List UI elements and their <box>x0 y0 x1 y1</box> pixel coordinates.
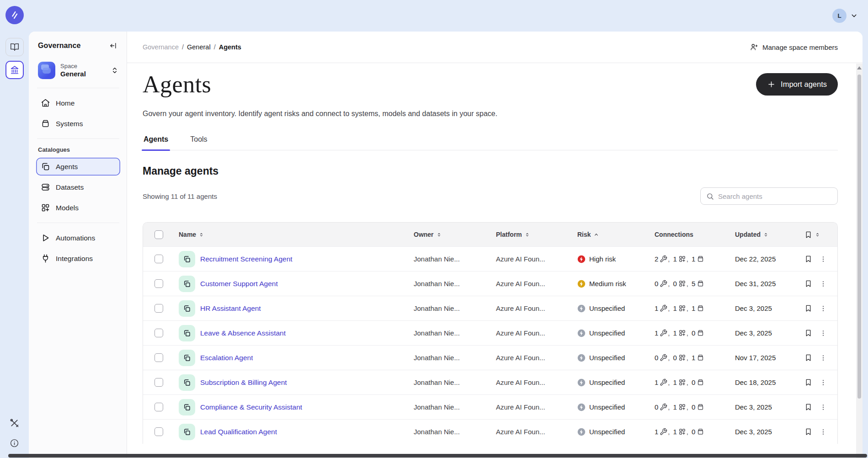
governance-rail-button[interactable] <box>5 61 24 79</box>
agent-name-cell: Escalation Agent <box>179 350 414 366</box>
breadcrumb-general[interactable]: General <box>187 43 211 51</box>
agent-name-link[interactable]: Subscription & Billing Agent <box>200 378 287 387</box>
agent-name-link[interactable]: HR Assistant Agent <box>200 304 261 313</box>
tools-connection-count: 1 <box>655 329 658 337</box>
sort-icon <box>815 232 820 237</box>
plus-icon <box>767 80 776 89</box>
sidebar-item-systems[interactable]: Systems <box>36 115 120 133</box>
column-header-platform[interactable]: Platform <box>496 231 577 238</box>
column-header-name[interactable]: Name <box>179 231 204 238</box>
bookmark-button[interactable] <box>804 280 812 288</box>
owner-value: Jonathan Nie... <box>414 329 460 337</box>
agents-copy-icon <box>41 162 50 171</box>
connections-cell: 1,1,0 <box>655 428 735 436</box>
bookmark-button[interactable] <box>804 354 812 362</box>
row-checkbox[interactable] <box>154 279 163 288</box>
space-label: Space <box>60 63 106 70</box>
table-row: Compliance & Security AssistantJonathan … <box>143 394 837 419</box>
user-menu-chevron-down-icon[interactable] <box>850 12 858 20</box>
select-all-checkbox[interactable] <box>154 230 163 239</box>
systems-connection-icon <box>697 304 704 312</box>
sidebar-item-home[interactable]: Home <box>36 94 120 112</box>
sidebar-item-label: Home <box>56 99 75 107</box>
bookmark-button[interactable] <box>804 403 812 411</box>
sidebar-divider <box>37 138 119 139</box>
space-selector[interactable]: Space General <box>36 59 120 82</box>
row-checkbox[interactable] <box>154 403 163 411</box>
row-checkbox[interactable] <box>154 304 163 313</box>
row-checkbox[interactable] <box>154 378 163 387</box>
row-menu-button[interactable] <box>820 330 827 337</box>
agent-name-link[interactable]: Customer Support Agent <box>200 280 278 288</box>
sidebar-item-agents[interactable]: Agents <box>36 158 120 176</box>
bookmark-button[interactable] <box>804 329 812 337</box>
user-avatar[interactable]: L <box>832 9 847 23</box>
space-switcher-chevrons-icon[interactable] <box>111 67 118 74</box>
bookmark-button[interactable] <box>804 304 812 312</box>
horizontal-scrollbar-thumb[interactable] <box>8 454 867 458</box>
models-connection-icon <box>678 354 686 362</box>
agent-name-cell: Recruitment Screening Agent <box>179 251 414 267</box>
vertical-scrollbar-thumb[interactable] <box>857 75 861 399</box>
tools-rail-button[interactable] <box>9 418 20 428</box>
agent-type-icon <box>179 300 195 317</box>
sidebar-item-automations[interactable]: Automations <box>36 229 120 247</box>
column-header-bookmark[interactable] <box>804 231 820 239</box>
import-agents-button[interactable]: Import agents <box>756 73 838 96</box>
agent-name-link[interactable]: Escalation Agent <box>200 354 253 362</box>
row-menu-button[interactable] <box>820 305 827 312</box>
row-menu-button[interactable] <box>820 354 827 362</box>
bookmark-button[interactable] <box>804 255 812 263</box>
row-checkbox[interactable] <box>154 427 163 436</box>
updated-value: Dec 3, 2025 <box>735 329 772 337</box>
sidebar-item-datasets[interactable]: Datasets <box>36 178 120 196</box>
brand-logo[interactable] <box>5 6 24 24</box>
agent-name-link[interactable]: Recruitment Screening Agent <box>200 255 293 263</box>
manage-space-members-button[interactable]: Manage space members <box>750 43 838 51</box>
sidebar-item-integrations[interactable]: Integrations <box>36 250 120 267</box>
scroll-up-arrow-icon[interactable] <box>857 66 862 69</box>
automations-play-icon <box>41 233 50 243</box>
tab-tools[interactable]: Tools <box>189 135 208 150</box>
info-icon <box>10 438 19 448</box>
row-checkbox[interactable] <box>154 329 163 337</box>
models-connection-count: 1 <box>673 403 677 411</box>
row-menu-button[interactable] <box>820 280 827 288</box>
library-rail-button[interactable] <box>5 38 24 56</box>
row-checkbox[interactable] <box>154 255 163 263</box>
updated-value: Dec 3, 2025 <box>735 403 772 411</box>
row-menu-button[interactable] <box>820 379 827 386</box>
page-description: Govern your agent inventory. Identify ag… <box>143 110 838 118</box>
column-header-connections[interactable]: Connections <box>655 231 693 238</box>
vertical-scrollbar[interactable] <box>856 64 863 458</box>
tools-connection-icon <box>660 428 667 436</box>
table-row: HR Assistant AgentJonathan Nie...Azure A… <box>143 296 837 320</box>
sidebar-collapse-button[interactable] <box>108 41 118 51</box>
agent-name-link[interactable]: Lead Qualification Agent <box>200 428 277 436</box>
row-menu-button[interactable] <box>820 428 827 436</box>
column-header-risk[interactable]: Risk <box>577 231 599 238</box>
row-checkbox[interactable] <box>154 353 163 362</box>
agent-name-link[interactable]: Leave & Absence Assistant <box>200 329 286 337</box>
platform-value: Azure AI Foun... <box>496 304 545 312</box>
connection-separator: , <box>668 403 670 411</box>
agent-name-cell: HR Assistant Agent <box>179 300 414 317</box>
sidebar-item-models[interactable]: Models <box>36 199 120 217</box>
row-menu-button[interactable] <box>820 256 827 263</box>
bookmark-button[interactable] <box>804 378 812 386</box>
row-menu-button[interactable] <box>820 404 827 411</box>
breadcrumb-governance[interactable]: Governance <box>143 43 179 51</box>
info-rail-button[interactable] <box>10 438 19 448</box>
column-header-updated[interactable]: Updated <box>735 231 803 238</box>
risk-label: High risk <box>589 255 616 263</box>
tab-agents[interactable]: Agents <box>143 135 169 150</box>
row-select-cell <box>143 378 179 387</box>
search-input[interactable] <box>718 192 832 200</box>
connections-cell: 0,1,0 <box>655 403 735 411</box>
risk-unspecified-icon <box>577 403 586 411</box>
column-header-owner[interactable]: Owner <box>414 231 496 238</box>
platform-value: Azure AI Foun... <box>496 378 545 386</box>
bookmark-button[interactable] <box>804 428 812 436</box>
datasets-icon <box>41 182 50 192</box>
agent-name-link[interactable]: Compliance & Security Assistant <box>200 403 302 411</box>
